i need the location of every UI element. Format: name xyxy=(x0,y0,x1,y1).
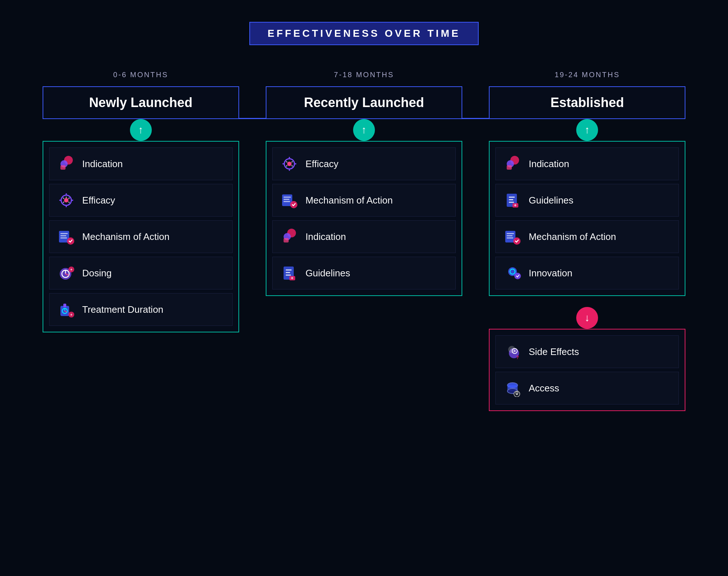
icon-moa-2 xyxy=(280,191,299,210)
svg-line-10 xyxy=(68,198,70,199)
page-title-wrapper: EFFECTIVENESS OVER TIME xyxy=(249,22,479,45)
item-row-treatment-1: + Treatment Duration xyxy=(49,293,233,326)
item-label-efficacy-2: Efficacy xyxy=(305,158,339,170)
arrow-up-icon-3: ↑ xyxy=(585,125,590,135)
arrow-up-2: ↑ xyxy=(353,119,375,141)
icon-indication-2 xyxy=(280,227,299,246)
item-label-treatment-1: Treatment Duration xyxy=(82,304,163,315)
item-label-moa-3: Mechanism of Action xyxy=(529,231,616,242)
column-recently-launched: 7-18 MONTHS Recently Launched ↑ xyxy=(252,71,475,296)
items-box-1: Indication xyxy=(43,141,239,332)
arrow-up-icon-1: ↑ xyxy=(138,125,143,135)
icon-indication-1 xyxy=(57,154,76,173)
icon-dosing-1: + xyxy=(57,264,76,283)
svg-point-76 xyxy=(514,350,516,352)
svg-point-72 xyxy=(514,273,521,279)
arrow-up-3: ↑ xyxy=(576,119,598,141)
item-row-indication-1: Indication xyxy=(49,147,233,180)
icon-efficacy-1 xyxy=(57,191,76,210)
svg-text:+: + xyxy=(70,313,72,317)
phase-header-1: Newly Launched xyxy=(43,86,239,119)
svg-rect-68 xyxy=(507,237,513,238)
svg-rect-66 xyxy=(507,233,514,234)
svg-line-38 xyxy=(292,161,293,162)
item-row-moa-3: Mechanism of Action xyxy=(495,220,679,253)
svg-rect-51 xyxy=(286,269,292,271)
phase-header-2: Recently Launched xyxy=(266,86,462,119)
phase-title-2: Recently Launched xyxy=(304,95,424,110)
item-label-side-effects: Side Effects xyxy=(529,346,579,358)
page-title: EFFECTIVENESS OVER TIME xyxy=(268,28,460,39)
svg-line-12 xyxy=(63,202,64,203)
svg-text:?: ? xyxy=(516,355,519,360)
item-row-dosing-1: + Dosing xyxy=(49,257,233,289)
icon-treatment-1: + xyxy=(57,300,76,319)
arrow-up-icon-2: ↑ xyxy=(361,125,367,135)
month-label-2: 7-18 MONTHS xyxy=(334,71,394,79)
item-row-guidelines-3: + Guidelines xyxy=(495,184,679,217)
column-established: 19-24 MONTHS Established ↑ Indication xyxy=(476,71,699,411)
icon-indication-3 xyxy=(503,154,522,173)
item-row-indication-2: Indication xyxy=(272,220,456,253)
svg-rect-49 xyxy=(284,238,289,242)
phase-header-3: Established xyxy=(489,86,685,119)
item-label-access: Access xyxy=(529,383,559,394)
item-row-side-effects: ? Side Effects xyxy=(495,335,679,368)
svg-rect-61 xyxy=(509,199,513,200)
item-label-moa-1: Mechanism of Action xyxy=(82,231,170,242)
svg-line-13 xyxy=(63,198,64,199)
items-box-2: Efficacy Mechanism of Action xyxy=(266,141,462,296)
items-box-3: Indication + Guidelines xyxy=(489,141,685,296)
svg-rect-17 xyxy=(60,237,67,238)
item-row-guidelines-2: + Guidelines xyxy=(272,257,456,289)
svg-rect-16 xyxy=(60,235,66,236)
svg-rect-58 xyxy=(507,165,512,170)
svg-text:+: + xyxy=(514,203,517,208)
svg-line-41 xyxy=(286,161,287,162)
icon-access xyxy=(503,379,522,398)
svg-text:+: + xyxy=(291,276,293,281)
icon-efficacy-2 xyxy=(280,154,299,173)
item-row-access: Access xyxy=(495,372,679,405)
month-label-3: 19-24 MONTHS xyxy=(555,71,620,79)
phase-title-3: Established xyxy=(550,95,624,110)
icon-moa-1 xyxy=(57,227,76,246)
item-label-indication-3: Indication xyxy=(529,158,569,170)
svg-rect-52 xyxy=(286,272,290,273)
svg-text:+: + xyxy=(70,268,72,272)
item-label-innovation-3: Innovation xyxy=(529,268,572,279)
icon-side-effects: ? xyxy=(503,342,522,361)
svg-rect-67 xyxy=(507,235,513,236)
svg-line-40 xyxy=(286,165,287,166)
svg-rect-60 xyxy=(509,197,515,198)
item-label-indication-2: Indication xyxy=(305,231,346,242)
item-row-indication-3: Indication xyxy=(495,147,679,180)
svg-rect-15 xyxy=(60,233,68,234)
svg-rect-26 xyxy=(63,304,66,307)
svg-line-39 xyxy=(292,165,293,166)
timeline-section: 0-6 MONTHS Newly Launched ↑ Indicatio xyxy=(0,71,728,411)
svg-rect-44 xyxy=(284,199,289,200)
item-label-efficacy-1: Efficacy xyxy=(82,195,115,206)
item-label-guidelines-2: Guidelines xyxy=(305,268,350,279)
item-label-dosing-1: Dosing xyxy=(82,268,112,279)
column-newly-launched: 0-6 MONTHS Newly Launched ↑ Indicatio xyxy=(29,71,252,332)
svg-point-33 xyxy=(287,162,292,166)
items-box-down-3: ? Side Effects xyxy=(489,329,685,411)
svg-rect-45 xyxy=(284,201,290,202)
month-label-1: 0-6 MONTHS xyxy=(113,71,168,79)
item-label-indication-1: Indication xyxy=(82,158,123,170)
item-row-innovation-3: Innovation xyxy=(495,257,679,289)
arrow-down-icon-3: ↓ xyxy=(585,313,590,323)
phase-title-1: Newly Launched xyxy=(89,95,193,110)
svg-point-74 xyxy=(508,346,515,353)
svg-rect-43 xyxy=(284,197,291,198)
svg-rect-2 xyxy=(60,165,66,170)
col-right-section: ↓ ? Side Effects xyxy=(476,307,699,411)
item-label-moa-2: Mechanism of Action xyxy=(305,195,393,206)
item-label-guidelines-3: Guidelines xyxy=(529,195,573,206)
svg-rect-62 xyxy=(509,202,514,203)
item-row-efficacy-2: Efficacy xyxy=(272,147,456,180)
item-row-moa-1: Mechanism of Action xyxy=(49,220,233,253)
svg-line-11 xyxy=(68,202,70,203)
